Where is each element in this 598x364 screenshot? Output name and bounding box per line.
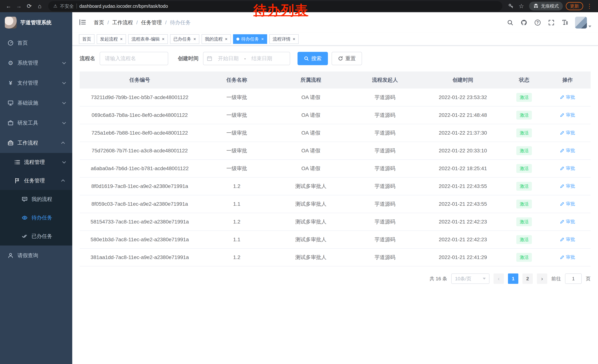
page-button-2[interactable]: 2 xyxy=(523,274,533,284)
sidebar-collapse-icon[interactable] xyxy=(79,18,87,27)
tab-close-icon[interactable] xyxy=(193,37,196,41)
fullscreen-icon[interactable] xyxy=(548,19,555,26)
key-icon[interactable] xyxy=(506,1,516,11)
next-page-button[interactable] xyxy=(537,274,547,284)
approve-link[interactable]: 审批 xyxy=(560,165,575,171)
cell-task-id: a6aba0a4-7b6d-11ec-b781-acde48001122 xyxy=(80,160,200,177)
update-button[interactable]: 更新 xyxy=(566,2,583,10)
tab-close-icon[interactable] xyxy=(120,37,123,41)
goto-page-input[interactable] xyxy=(565,274,582,284)
col-actions: 操作 xyxy=(545,72,590,89)
sidebar-item-workflow[interactable]: 工作流程 xyxy=(0,133,72,153)
chevron-up-icon xyxy=(61,142,65,145)
sidebar-item-my-process[interactable]: 我的流程 xyxy=(0,190,72,209)
tab-home[interactable]: 首页 xyxy=(79,34,94,44)
user-avatar[interactable] xyxy=(575,17,587,29)
cell-created: 2022-01-21 22:43:55 xyxy=(422,177,504,195)
end-date-input[interactable] xyxy=(247,56,276,61)
tab-close-icon[interactable] xyxy=(162,37,165,41)
breadcrumb-home[interactable]: 首页 xyxy=(94,19,104,26)
star-icon[interactable] xyxy=(516,1,526,11)
user-menu[interactable] xyxy=(575,17,591,29)
tab-close-icon[interactable] xyxy=(225,37,227,41)
approve-link[interactable]: 审批 xyxy=(560,201,575,207)
start-date-input[interactable] xyxy=(214,56,243,61)
table-row: 8f059c03-7ac8-11ec-a9e2-a2380e71991a 1.1… xyxy=(80,195,590,213)
prev-page-button[interactable] xyxy=(493,274,504,284)
tab-close-icon[interactable] xyxy=(293,37,295,41)
sidebar-item-home[interactable]: 首页 xyxy=(0,33,72,53)
chevron-down-icon xyxy=(62,160,66,163)
cell-created: 2022-01-21 22:41:29 xyxy=(422,249,504,266)
tab-process-detail[interactable]: 流程详情 xyxy=(269,34,299,44)
search-button[interactable]: 搜索 xyxy=(298,52,328,65)
sidebar-item-leave-query[interactable]: 请假查询 xyxy=(0,245,72,266)
back-icon[interactable] xyxy=(4,1,13,11)
logo-bar[interactable]: 芋道管理系统 xyxy=(0,12,72,33)
page-size-select[interactable]: 10条/页 xyxy=(451,274,490,284)
tab-form-edit[interactable]: 流程表单-编辑 xyxy=(128,34,168,44)
chevron-down-icon xyxy=(62,101,66,104)
approve-link[interactable]: 审批 xyxy=(560,94,575,100)
cell-task-id: 75d72608-7b7f-11ec-a3c8-acde48001122 xyxy=(80,142,200,160)
approve-link-label: 审批 xyxy=(566,218,575,225)
search-icon[interactable] xyxy=(507,19,514,26)
breadcrumb-separator: / xyxy=(136,20,138,25)
tab-label: 首页 xyxy=(82,36,91,42)
address-bar[interactable]: 不安全 dashboard.yudao.iocoder.cn/bpm/task/… xyxy=(48,1,502,11)
tab-label: 流程详情 xyxy=(273,36,291,42)
forward-icon[interactable] xyxy=(14,1,24,11)
status-badge: 激活 xyxy=(516,146,532,155)
sidebar-item-system[interactable]: 系统管理 xyxy=(0,53,72,73)
cell-process: OA 请假 xyxy=(274,106,348,124)
home-icon[interactable] xyxy=(35,1,44,11)
table-body: 73211d9d-7b9b-11ec-b5b7-acde48001122 一级审… xyxy=(80,89,590,266)
browser-menu-icon[interactable] xyxy=(585,1,594,11)
process-name-input[interactable] xyxy=(100,52,168,65)
approve-link[interactable]: 审批 xyxy=(560,218,575,225)
approve-link[interactable]: 审批 xyxy=(560,183,575,189)
monitor-icon xyxy=(8,100,14,106)
approve-link-label: 审批 xyxy=(566,201,575,207)
incognito-badge: 无痕模式 xyxy=(529,2,563,11)
breadcrumb-task-mgmt[interactable]: 任务管理 xyxy=(141,19,162,26)
page-button-1[interactable]: 1 xyxy=(508,274,518,284)
breadcrumb-workflow[interactable]: 工作流程 xyxy=(112,19,133,26)
table-row: 580e1b3d-7ac8-11ec-a9e2-a2380e71991a 1.1… xyxy=(80,231,590,249)
cell-created: 2022-01-21 22:42:23 xyxy=(422,213,504,231)
tab-todo-tasks[interactable]: 待办任务 xyxy=(233,34,267,44)
cell-task-id: 725a1eb6-7b88-11ec-8ef0-acde48001122 xyxy=(80,124,200,142)
github-icon[interactable] xyxy=(520,19,528,26)
approve-link[interactable]: 审批 xyxy=(560,254,575,260)
sidebar-item-process-mgmt[interactable]: 流程管理 xyxy=(0,153,72,171)
sidebar-item-done-tasks[interactable]: 已办任务 xyxy=(0,227,72,245)
approve-link[interactable]: 审批 xyxy=(560,236,575,242)
approve-link-label: 审批 xyxy=(566,165,575,171)
sidebar-item-task-mgmt[interactable]: 任务管理 xyxy=(0,171,72,190)
cell-process: 测试多审批人 xyxy=(274,195,348,213)
font-size-icon[interactable] xyxy=(561,19,569,26)
cell-process: OA 请假 xyxy=(274,89,348,106)
url-text[interactable]: dashboard.yudao.iocoder.cn/bpm/task/todo xyxy=(79,4,168,9)
approve-link[interactable]: 审批 xyxy=(560,129,575,136)
approve-link[interactable]: 审批 xyxy=(560,147,575,154)
caret-down-icon xyxy=(588,25,591,27)
tab-my-process[interactable]: 我的流程 xyxy=(201,34,231,44)
sidebar-item-todo-tasks[interactable]: 待办任务 xyxy=(0,209,72,227)
cell-action: 审批 xyxy=(545,249,590,266)
sidebar-item-payment[interactable]: 支付管理 xyxy=(0,73,72,93)
tab-start-process[interactable]: 发起流程 xyxy=(97,34,126,44)
sidebar-item-label: 首页 xyxy=(17,40,28,47)
date-range-picker[interactable]: - xyxy=(203,52,290,65)
reset-button[interactable]: 重置 xyxy=(332,52,362,65)
tab-close-icon[interactable] xyxy=(261,37,264,41)
help-icon[interactable] xyxy=(534,19,541,26)
sidebar-item-devtools[interactable]: 研发工具 xyxy=(0,113,72,133)
edit-icon xyxy=(560,166,565,170)
tab-done-tasks[interactable]: 已办任务 xyxy=(170,34,199,44)
flag-icon xyxy=(14,178,20,184)
refresh-icon[interactable] xyxy=(25,1,34,11)
approve-link[interactable]: 审批 xyxy=(560,112,575,118)
sidebar-item-infrastructure[interactable]: 基础设施 xyxy=(0,93,72,113)
yen-icon xyxy=(8,80,14,86)
